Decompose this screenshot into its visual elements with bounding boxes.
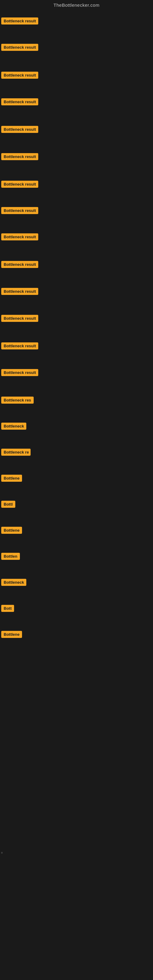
bottleneck-badge-row: Bottleneck result xyxy=(1,288,38,296)
bottleneck-badge[interactable]: Bottlen xyxy=(1,553,20,560)
bottleneck-badge[interactable]: Bottleneck xyxy=(1,423,26,430)
bottleneck-badge-row: Bottleneck xyxy=(1,579,26,587)
bottleneck-badge-row: Bottleneck result xyxy=(1,18,38,26)
bottleneck-badge-row: Bottleneck result xyxy=(1,98,38,107)
bottleneck-badge[interactable]: Bottleneck result xyxy=(1,72,38,79)
bottleneck-badge[interactable]: Bottleneck result xyxy=(1,126,38,133)
bottleneck-badge-row: Bott xyxy=(1,605,14,613)
site-header: TheBottlenecker.com xyxy=(0,0,153,9)
bottleneck-badge[interactable]: Bottleneck result xyxy=(1,44,38,51)
bottleneck-badge[interactable]: Bottleneck result xyxy=(1,98,38,105)
bottleneck-badge-row: Bottleneck result xyxy=(1,126,38,134)
bottleneck-badge[interactable]: Bottleneck result xyxy=(1,18,38,24)
bottleneck-badge[interactable]: Bottl xyxy=(1,501,15,508)
bottleneck-badge[interactable]: Bottleneck result xyxy=(1,153,38,160)
bottleneck-badge-row: Bottleneck result xyxy=(1,181,38,189)
bottleneck-badge-row: Bottleneck result xyxy=(1,261,38,269)
bottleneck-badge-row: Bottlene xyxy=(1,475,22,483)
bottleneck-badge-row: Bottleneck result xyxy=(1,207,38,215)
bottleneck-badge[interactable]: Bottleneck result xyxy=(1,342,38,350)
bottleneck-badge[interactable]: Bottleneck result xyxy=(1,233,38,240)
small-label: 0 xyxy=(1,851,2,854)
bottleneck-badge[interactable]: Bottleneck xyxy=(1,579,26,586)
bottleneck-badge[interactable]: Bottlene xyxy=(1,527,22,534)
bottleneck-badge[interactable]: Bottleneck result xyxy=(1,288,38,295)
bottleneck-badge[interactable]: Bottleneck res xyxy=(1,396,33,404)
bottleneck-badge[interactable]: Bottlene xyxy=(1,475,22,482)
bottleneck-badge-row: Bottleneck result xyxy=(1,315,38,323)
bottleneck-badge[interactable]: Bottleneck result xyxy=(1,207,38,214)
bottleneck-badge-row: Bottleneck xyxy=(1,423,26,431)
bottleneck-badge-row: Bottlene xyxy=(1,631,22,639)
bottleneck-badge-row: Bottl xyxy=(1,501,15,509)
bottleneck-badge[interactable]: Bottleneck result xyxy=(1,315,38,322)
bottleneck-badge-row: Bottleneck result xyxy=(1,72,38,80)
bottleneck-badge-row: Bottleneck res xyxy=(1,396,33,405)
bottleneck-badge[interactable]: Bottleneck result xyxy=(1,369,38,376)
bottleneck-badge[interactable]: Bottleneck result xyxy=(1,261,38,268)
bottleneck-badge-row: Bottleneck result xyxy=(1,233,38,242)
bottleneck-badge-row: Bottleneck result xyxy=(1,153,38,161)
bottleneck-badge-row: Bottleneck result xyxy=(1,369,38,377)
bottleneck-badge-row: Bottlene xyxy=(1,527,22,535)
bottleneck-badge[interactable]: Bottlene xyxy=(1,631,22,638)
bottleneck-badge-row: Bottleneck result xyxy=(1,44,38,52)
site-title: TheBottlenecker.com xyxy=(54,2,99,8)
bottleneck-badge[interactable]: Bott xyxy=(1,605,14,612)
bottleneck-badge[interactable]: Bottleneck result xyxy=(1,181,38,188)
bottleneck-badge-row: Bottleneck re xyxy=(1,449,30,457)
bottleneck-badge-row: Bottlen xyxy=(1,553,20,561)
bottleneck-badge[interactable]: Bottleneck re xyxy=(1,449,30,456)
bottleneck-badge-row: Bottleneck result xyxy=(1,342,38,351)
